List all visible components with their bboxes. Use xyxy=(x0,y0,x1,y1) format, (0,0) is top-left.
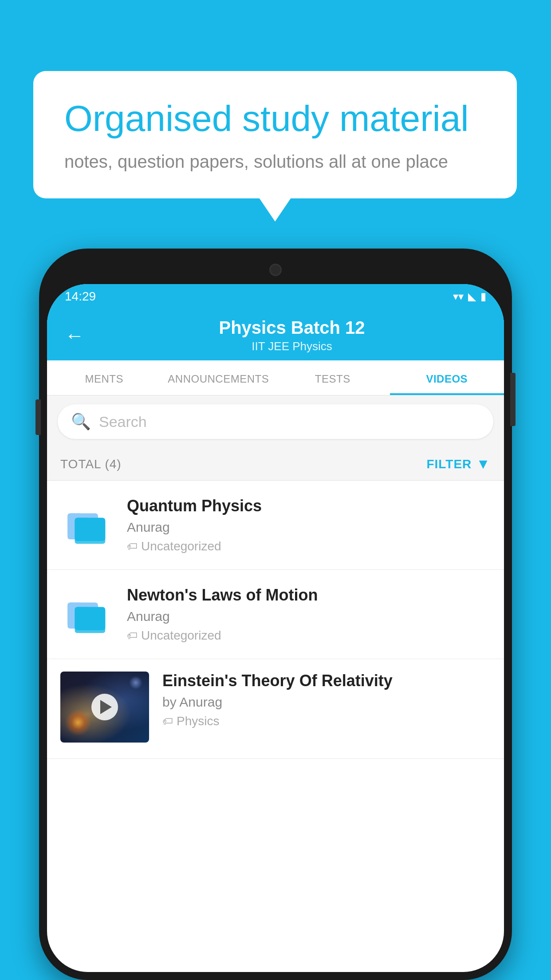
video-title: Einstein's Theory Of Relativity xyxy=(162,672,491,690)
tag-label: Uncategorized xyxy=(141,539,221,553)
video-tag: 🏷 Physics xyxy=(162,714,491,728)
play-button[interactable] xyxy=(91,694,118,720)
battery-icon: ▮ xyxy=(480,290,486,303)
tag-label: Uncategorized xyxy=(141,628,221,643)
wifi-icon: ▾▾ xyxy=(453,290,464,303)
nav-title-area: Physics Batch 12 IIT JEE Physics xyxy=(98,318,486,353)
list-item[interactable]: Quantum Physics Anurag 🏷 Uncategorized xyxy=(47,481,504,570)
volume-button xyxy=(35,399,41,435)
batch-tags: IIT JEE Physics xyxy=(98,340,486,353)
play-icon xyxy=(100,700,112,714)
filter-label: FILTER xyxy=(426,457,472,471)
list-item[interactable]: Einstein's Theory Of Relativity by Anura… xyxy=(47,659,504,759)
video-thumbnail xyxy=(60,672,149,743)
search-container: 🔍 Search xyxy=(47,395,504,448)
search-bar[interactable]: 🔍 Search xyxy=(58,404,493,439)
speech-bubble: Organised study material notes, question… xyxy=(33,71,517,198)
filter-icon: ▼ xyxy=(476,456,491,472)
video-author: Anurag xyxy=(127,520,491,535)
video-author: Anurag xyxy=(127,609,491,624)
front-camera xyxy=(269,264,282,276)
folder-icon xyxy=(60,497,114,550)
video-info: Einstein's Theory Of Relativity by Anura… xyxy=(162,672,491,728)
phone-shell: 14:29 ▾▾ ◣ ▮ ← Physics Batch 12 IIT JEE … xyxy=(39,249,512,980)
tag-label: Physics xyxy=(177,714,219,728)
signal-icon: ◣ xyxy=(468,290,476,303)
tag-icon: 🏷 xyxy=(162,715,173,727)
video-title: Quantum Physics xyxy=(127,497,491,515)
video-author: by Anurag xyxy=(162,695,491,710)
filter-row: TOTAL (4) FILTER ▼ xyxy=(47,448,504,481)
app-header: 14:29 ▾▾ ◣ ▮ ← Physics Batch 12 IIT JEE … xyxy=(47,284,504,360)
bubble-title: Organised study material xyxy=(64,98,486,139)
status-time: 14:29 xyxy=(65,289,96,304)
video-info: Newton's Laws of Motion Anurag 🏷 Uncateg… xyxy=(127,586,491,643)
tab-ments[interactable]: MENTS xyxy=(47,360,161,395)
notch xyxy=(231,257,320,283)
nav-bar: ← Physics Batch 12 IIT JEE Physics xyxy=(47,309,504,360)
tab-announcements[interactable]: ANNOUNCEMENTS xyxy=(161,360,276,395)
video-list: Quantum Physics Anurag 🏷 Uncategorized xyxy=(47,481,504,759)
phone-screen: 14:29 ▾▾ ◣ ▮ ← Physics Batch 12 IIT JEE … xyxy=(47,284,504,972)
search-icon: 🔍 xyxy=(71,412,91,431)
video-info: Quantum Physics Anurag 🏷 Uncategorized xyxy=(127,497,491,553)
bubble-subtitle: notes, question papers, solutions all at… xyxy=(64,152,486,172)
status-icons: ▾▾ ◣ ▮ xyxy=(453,290,486,303)
search-input[interactable]: Search xyxy=(99,413,147,431)
back-button[interactable]: ← xyxy=(65,324,84,347)
video-tag: 🏷 Uncategorized xyxy=(127,628,491,643)
tabs-bar: MENTS ANNOUNCEMENTS TESTS VIDEOS xyxy=(47,360,504,395)
batch-title: Physics Batch 12 xyxy=(98,318,486,338)
tab-videos[interactable]: VIDEOS xyxy=(390,360,504,395)
video-title: Newton's Laws of Motion xyxy=(127,586,491,605)
status-bar: 14:29 ▾▾ ◣ ▮ xyxy=(47,284,504,309)
list-item[interactable]: Newton's Laws of Motion Anurag 🏷 Uncateg… xyxy=(47,570,504,659)
tab-tests[interactable]: TESTS xyxy=(276,360,390,395)
power-button xyxy=(510,373,516,426)
speech-bubble-container: Organised study material notes, question… xyxy=(33,71,517,198)
tag-icon: 🏷 xyxy=(127,629,138,642)
tag-icon: 🏷 xyxy=(127,540,138,553)
video-tag: 🏷 Uncategorized xyxy=(127,539,491,553)
total-count: TOTAL (4) xyxy=(60,457,122,471)
folder-icon xyxy=(60,586,114,639)
filter-button[interactable]: FILTER ▼ xyxy=(426,456,491,472)
